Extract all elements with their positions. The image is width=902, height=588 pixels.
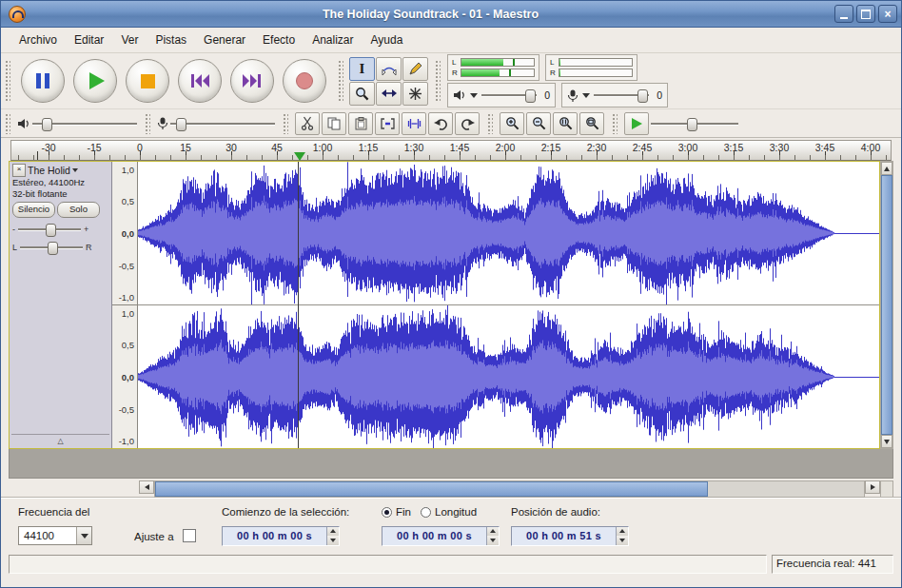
trim-button[interactable]: [375, 112, 400, 135]
paste-button[interactable]: [348, 112, 373, 135]
minimize-button[interactable]: [834, 5, 853, 23]
horizontal-scroll-track[interactable]: [154, 480, 865, 498]
scroll-down-button[interactable]: [881, 435, 892, 448]
waveform-display[interactable]: [138, 162, 879, 448]
snap-group: Ajuste a: [134, 529, 222, 543]
fit-selection-icon: [559, 116, 573, 130]
silence-button[interactable]: [402, 112, 426, 135]
track-sample-info: 32-bit flotante: [12, 188, 108, 200]
zoom-tool-button[interactable]: [349, 82, 375, 106]
toolbar-grip[interactable]: [611, 112, 618, 134]
scroll-left-button[interactable]: [139, 480, 154, 494]
transport-toolbar: [13, 59, 334, 103]
toolbar-grip[interactable]: [486, 112, 493, 134]
menu-archivo[interactable]: Archivo: [10, 29, 66, 50]
multi-tool-button[interactable]: [402, 82, 428, 106]
gain-slider[interactable]: [18, 223, 81, 236]
pan-right-label: R: [86, 243, 92, 252]
redo-button[interactable]: [455, 112, 480, 135]
waveform-left-channel[interactable]: [138, 162, 879, 304]
toolbar-grip[interactable]: [282, 112, 288, 134]
trim-icon: [381, 117, 395, 130]
menu-generar[interactable]: Generar: [195, 29, 254, 50]
output-volume-value: 0: [540, 89, 550, 101]
radio-end[interactable]: [382, 507, 392, 518]
spinner[interactable]: [616, 527, 628, 545]
audio-position-field[interactable]: 00 h 00 m 51 s: [511, 526, 629, 546]
menu-efecto[interactable]: Efecto: [254, 29, 304, 50]
selection-start-field[interactable]: 00 h 00 m 00 s: [222, 526, 340, 546]
draw-tool-button[interactable]: [402, 57, 428, 81]
menu-editar[interactable]: Editar: [66, 29, 112, 50]
vertical-scrollbar[interactable]: [880, 161, 893, 449]
combo-arrow-button[interactable]: [76, 527, 91, 544]
maximize-button[interactable]: [856, 5, 875, 23]
toolbar-grip[interactable]: [434, 59, 441, 103]
cut-button[interactable]: [295, 112, 320, 135]
playhead-marker[interactable]: [294, 152, 305, 161]
pan-slider[interactable]: [20, 241, 83, 254]
toolbar-grip[interactable]: [144, 112, 150, 134]
snap-to-checkbox[interactable]: [183, 529, 196, 542]
record-button[interactable]: [283, 59, 326, 103]
play-at-speed-button[interactable]: [624, 112, 649, 135]
close-button[interactable]: ×: [878, 5, 897, 23]
vertical-scroll-thumb[interactable]: [881, 175, 892, 435]
track-name-dropdown[interactable]: The Holid: [28, 165, 108, 176]
track-close-button[interactable]: ×: [12, 164, 26, 177]
horizontal-scroll-thumb[interactable]: [155, 481, 708, 497]
skip-to-end-button[interactable]: [230, 59, 274, 103]
record-meter[interactable]: L R: [545, 54, 637, 81]
menu-pistas[interactable]: Pistas: [147, 29, 195, 50]
undo-button[interactable]: [428, 112, 453, 135]
track-collapse-button[interactable]: △: [11, 434, 109, 447]
selection-tool-button[interactable]: I: [349, 57, 375, 81]
skip-to-start-button[interactable]: [178, 59, 222, 103]
waveform-right-channel[interactable]: [138, 305, 879, 448]
output-device-dropdown-icon[interactable]: [470, 93, 478, 98]
scroll-right-button[interactable]: [865, 480, 880, 494]
project-rate-label: Frecuencia del: [18, 506, 134, 518]
pause-button[interactable]: [21, 59, 65, 103]
playback-volume-slider[interactable]: [32, 117, 137, 130]
scroll-up-button[interactable]: [881, 162, 892, 175]
track-format-info: Estéreo, 44100Hz: [12, 177, 108, 188]
recording-volume-slider[interactable]: [170, 117, 275, 130]
spinner[interactable]: [486, 527, 499, 545]
toolbar-grip[interactable]: [337, 59, 343, 103]
menu-analizar[interactable]: Analizar: [304, 29, 362, 50]
mute-button[interactable]: Silencio: [12, 202, 55, 218]
down-arrow-icon: [884, 440, 890, 444]
project-rate-combo[interactable]: 44100: [18, 526, 92, 545]
menu-ver[interactable]: Ver: [112, 29, 147, 50]
toolbar-grip[interactable]: [4, 112, 10, 134]
fit-project-button[interactable]: [579, 112, 604, 135]
solo-button[interactable]: Solo: [57, 202, 100, 218]
zoom-out-button[interactable]: [526, 112, 551, 135]
titlebar[interactable]: The Holiday Soundtrack - 01 - Maestro ×: [1, 1, 901, 28]
actual-rate-indicator: Frecuencia real: 441: [772, 555, 893, 574]
fit-selection-button[interactable]: [553, 112, 578, 135]
ruler-label: 0,5: [122, 340, 134, 350]
horizontal-scrollbar[interactable]: [139, 480, 893, 498]
zoom-in-button[interactable]: [500, 112, 524, 135]
stop-button[interactable]: [126, 59, 169, 103]
app-icon: [9, 6, 26, 23]
copy-button[interactable]: [322, 112, 346, 135]
play-button[interactable]: [73, 59, 117, 103]
input-device-dropdown-icon[interactable]: [582, 93, 590, 98]
timeline-ruler[interactable]: -30-1501530451:001:151:301:452:002:152:3…: [10, 140, 892, 161]
timeshift-tool-button[interactable]: [376, 82, 402, 106]
selection-end-field[interactable]: 00 h 00 m 00 s: [382, 526, 500, 546]
timeline-tick-label: 0: [137, 142, 143, 153]
play-meter[interactable]: L R: [447, 54, 539, 81]
spinner[interactable]: [326, 527, 339, 545]
playback-speed-slider[interactable]: [651, 117, 738, 130]
menu-ayuda[interactable]: Ayuda: [363, 29, 412, 50]
output-volume-slider[interactable]: [481, 88, 537, 102]
input-volume-slider[interactable]: [594, 88, 649, 102]
radio-length[interactable]: [421, 507, 431, 518]
input-volume-value: 0: [653, 89, 662, 101]
envelope-tool-button[interactable]: [376, 57, 402, 81]
toolbar-grip[interactable]: [4, 59, 10, 103]
